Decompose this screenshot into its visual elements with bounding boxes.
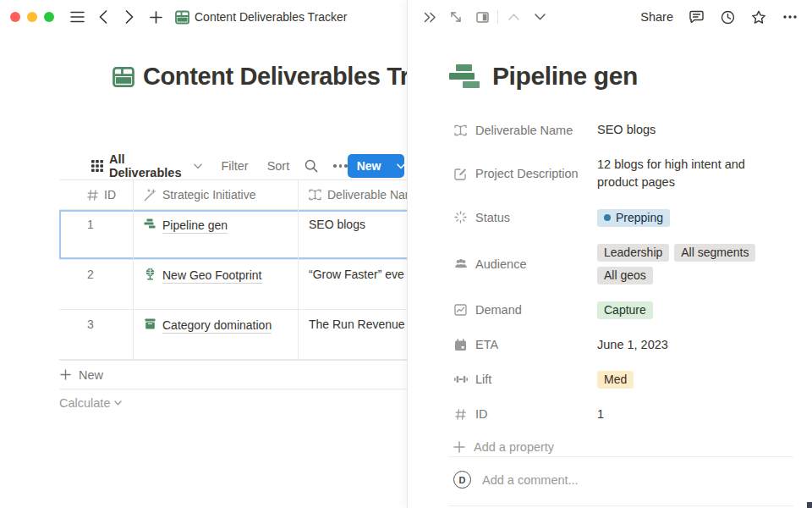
panel-topbar: Share (408, 0, 812, 34)
property-deliverable-name: Deliverable Name SEO blogs (453, 113, 793, 147)
comment-input[interactable]: Add a comment... (482, 473, 579, 487)
side-peek-panel: Share Pipeline gen Deliverable (407, 0, 812, 508)
property-value-audience[interactable]: Leadership All segments All geos (597, 244, 762, 284)
hash-icon (453, 409, 468, 420)
plus-icon (453, 441, 465, 453)
property-label-project-description[interactable]: Project Description (453, 156, 597, 191)
cell-deliverable[interactable]: The Run Revenue S (309, 318, 407, 331)
panel-topbar-right: Share (640, 8, 798, 25)
view-tab-all-deliverables[interactable]: All Deliverables (91, 152, 202, 179)
history-icon[interactable] (719, 8, 736, 25)
column-header-id[interactable]: ID (59, 180, 134, 209)
close-window-icon[interactable] (10, 12, 20, 22)
property-label-audience[interactable]: Audience (453, 244, 597, 284)
property-value-project-description[interactable]: 12 blogs for high intent and product pag… (597, 156, 762, 191)
comments-icon[interactable] (688, 8, 705, 25)
page-link-new-geo-footprint[interactable]: New Geo Footprint (144, 268, 262, 284)
page-link-label[interactable]: Category domination (162, 318, 272, 334)
property-id: ID 1 (453, 397, 793, 432)
back-icon[interactable] (96, 9, 111, 25)
column-header-initiative[interactable]: Strategic Initiative (134, 180, 299, 209)
property-value-id[interactable]: 1 (597, 406, 762, 423)
lift-pill[interactable]: Med (597, 371, 634, 389)
demand-pill[interactable]: Capture (597, 301, 653, 319)
sort-button[interactable]: Sort (267, 159, 290, 173)
calculate-button[interactable]: Calculate (59, 389, 407, 417)
comment-section-divider (448, 456, 793, 457)
calendar-icon (453, 339, 468, 351)
property-project-description: Project Description 12 blogs for high in… (453, 147, 793, 200)
page-link-category-domination[interactable]: Category domination (144, 318, 272, 334)
page-link-pipeline-gen[interactable]: Pipeline gen (144, 218, 228, 234)
table-row-category-domination[interactable]: 3 Category domination The Run Revenue S (59, 309, 407, 359)
side-peek-mode-icon[interactable] (474, 8, 491, 25)
property-value-eta[interactable]: June 1, 2023 (597, 336, 762, 354)
titlebar-nav (69, 9, 189, 25)
audience-pill[interactable]: All segments (674, 244, 755, 262)
property-value-demand[interactable]: Capture (597, 301, 762, 319)
text-cursor-icon (309, 189, 321, 201)
table-row-pipeline-gen[interactable]: 1 Pipeline gen SEO blogs (59, 209, 407, 259)
row-id: 1 (87, 218, 94, 231)
table-row-new-geo-footprint[interactable]: 2 New Geo Footprint “Grow Faster” eve (59, 259, 407, 309)
bar-chart-icon (448, 62, 482, 91)
minimize-window-icon[interactable] (27, 12, 37, 22)
property-label-lift[interactable]: Lift (453, 371, 597, 389)
zoom-window-icon[interactable] (44, 12, 54, 22)
row-id: 2 (87, 268, 94, 281)
property-label-demand[interactable]: Demand (453, 301, 597, 319)
forward-icon[interactable] (122, 9, 137, 25)
titlebar: Content Deliverables Tracker (0, 0, 407, 34)
previous-record-icon[interactable] (505, 8, 522, 25)
add-comment-row[interactable]: D Add a comment... (453, 471, 793, 489)
property-value-lift[interactable]: Med (597, 371, 762, 389)
page-link-label[interactable]: New Geo Footprint (162, 268, 262, 284)
status-pill[interactable]: Prepping (597, 209, 670, 227)
new-button-label[interactable]: New (348, 154, 391, 178)
property-value-deliverable-name[interactable]: SEO blogs (597, 121, 762, 139)
property-label-eta[interactable]: ETA (453, 336, 597, 354)
window-controls (10, 12, 54, 22)
page-table-icon (112, 66, 134, 88)
close-peek-icon[interactable] (421, 8, 438, 25)
column-header-id-label: ID (104, 188, 116, 202)
new-tab-icon[interactable] (148, 9, 163, 25)
audience-pill[interactable]: All geos (597, 267, 653, 284)
text-cursor-icon (453, 124, 468, 136)
column-header-deliverable[interactable]: Deliverable Name (299, 180, 407, 209)
status-spinner-icon (453, 211, 468, 224)
table-view-icon (91, 160, 103, 172)
topbar-divider (497, 10, 498, 24)
property-label-deliverable-name[interactable]: Deliverable Name (453, 121, 597, 139)
record-title[interactable]: Pipeline gen (492, 62, 638, 91)
view-toolbar: All Deliverables Filter Sort New (91, 153, 407, 179)
page-link-label[interactable]: Pipeline gen (162, 218, 228, 234)
filter-button[interactable]: Filter (221, 159, 248, 173)
menu-icon[interactable] (69, 9, 85, 25)
cell-deliverable[interactable]: “Grow Faster” eve (309, 268, 404, 281)
property-value-status[interactable]: Prepping (597, 208, 762, 227)
new-record-button[interactable]: New (348, 154, 404, 178)
column-header-initiative-label: Strategic Initiative (162, 188, 256, 202)
add-property-button[interactable]: Add a property (453, 432, 793, 462)
favorite-star-icon[interactable] (750, 8, 767, 25)
property-label-id[interactable]: ID (453, 406, 597, 423)
property-list: Deliverable Name SEO blogs Project Descr… (453, 113, 793, 462)
search-icon[interactable] (304, 159, 318, 173)
globe-icon (144, 268, 156, 280)
resize-grip[interactable] (807, 502, 812, 508)
audience-pill[interactable]: Leadership (597, 244, 669, 262)
record-nav (505, 8, 548, 25)
page-more-icon[interactable] (782, 8, 798, 25)
avatar: D (453, 471, 471, 489)
calculate-chevron-icon (114, 400, 122, 406)
add-row-button[interactable]: New (59, 360, 407, 389)
cell-deliverable[interactable]: SEO blogs (309, 218, 365, 231)
next-record-icon[interactable] (531, 8, 548, 25)
more-options-icon[interactable] (333, 164, 348, 168)
share-button[interactable]: Share (640, 10, 673, 24)
property-label-status[interactable]: Status (453, 208, 597, 227)
main-window: Content Deliverables Tracker Content Del… (0, 0, 407, 508)
expand-page-icon[interactable] (447, 8, 464, 25)
new-button-chevron-icon[interactable] (391, 154, 404, 178)
